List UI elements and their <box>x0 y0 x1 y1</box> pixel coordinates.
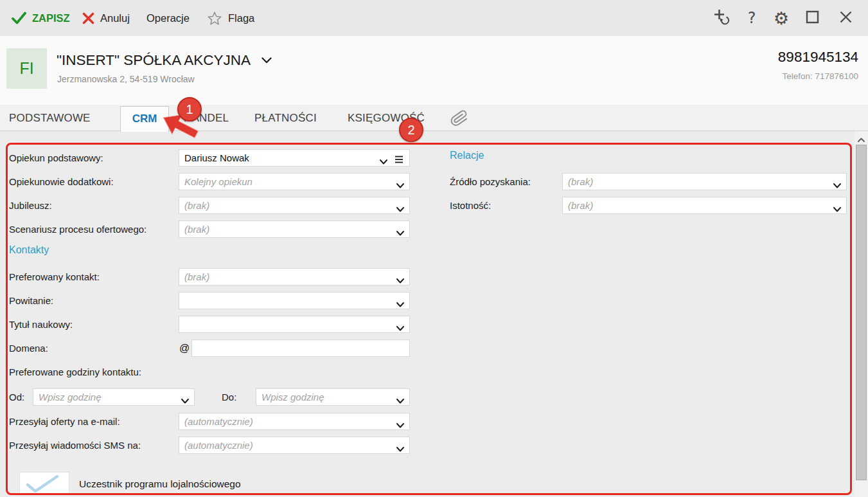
tab-platnosci[interactable]: PŁATNOŚCI <box>254 105 317 131</box>
save-button[interactable]: ZAPISZ <box>12 0 70 36</box>
toolbar: ZAPISZ Anuluj Operacje Flaga <box>0 0 868 36</box>
check-icon <box>12 11 26 25</box>
annotation-step-1: 1 <box>177 97 202 122</box>
chevron-down-icon[interactable] <box>380 156 387 167</box>
check-icon <box>25 474 62 496</box>
vertical-scrollbar <box>855 131 868 497</box>
company-name: "INSERT" SPÓŁKA AKCYJNA <box>57 52 251 69</box>
combo-placeholder: Wpisz godzinę <box>39 389 102 405</box>
menu-icon[interactable] <box>394 154 403 166</box>
flag-button[interactable]: Flaga <box>207 0 254 36</box>
question-icon: ? <box>748 9 756 27</box>
add-session-button[interactable] <box>709 0 732 36</box>
plus-refresh-icon <box>713 8 730 28</box>
from-label: Od: <box>9 388 24 406</box>
scroll-up-button[interactable] <box>855 133 868 145</box>
chevron-up-icon <box>858 133 865 145</box>
chevron-down-icon[interactable] <box>396 443 404 455</box>
combo-preferred-contact[interactable]: (brak) <box>179 268 410 285</box>
acquisition-source-label: Źródło pozyskania: <box>450 173 531 190</box>
combo-acquisition-source[interactable]: (brak) <box>562 173 847 190</box>
x-icon <box>82 12 94 24</box>
star-icon <box>207 11 222 26</box>
loyalty-checkbox[interactable] <box>19 472 69 495</box>
chevron-down-icon[interactable] <box>833 179 841 191</box>
cancel-button[interactable]: Anuluj <box>82 0 130 36</box>
combo-additional-caretakers[interactable]: Kolejny opiekun <box>179 173 410 190</box>
combo-placeholder: (brak) <box>184 197 209 213</box>
combo-placeholder: (automatycznie) <box>184 437 253 453</box>
combo-placeholder: (brak) <box>568 197 593 213</box>
combo-placeholder: Kolejny opiekun <box>184 174 252 190</box>
send-offers-label: Przesyłaj oferty na e-mail: <box>9 413 120 430</box>
combo-greeting[interactable] <box>179 292 410 309</box>
chevron-down-icon[interactable] <box>396 227 404 239</box>
relations-section-header: Relacje <box>450 150 484 161</box>
combo-hours-from[interactable]: Wpisz godzinę <box>33 388 195 406</box>
settings-button[interactable]: ⚙ <box>770 0 793 36</box>
chevron-down-icon <box>261 55 272 66</box>
combo-placeholder: (brak) <box>184 269 209 285</box>
combo-placeholder: Wpisz godzinę <box>261 389 324 405</box>
preferred-hours-label: Preferowane godziny kontaktu: <box>9 363 141 381</box>
combo-hours-to[interactable]: Wpisz godzinę <box>256 388 410 406</box>
to-label: Do: <box>222 388 236 406</box>
phone-number: Telefon: 717876100 <box>778 71 858 81</box>
combo-offer-scenario[interactable]: (brak) <box>179 221 410 238</box>
greeting-label: Powitanie: <box>9 292 53 309</box>
combo-placeholder: (brak) <box>184 221 209 237</box>
company-address: Jerzmanowska 2, 54-519 Wrocław <box>57 74 195 84</box>
chevron-down-icon[interactable] <box>396 322 404 334</box>
close-button[interactable] <box>834 0 857 36</box>
attachments-button[interactable] <box>450 109 468 130</box>
help-button[interactable]: ? <box>740 0 763 36</box>
jubilee-label: Jubileusz: <box>9 197 52 214</box>
combo-send-offers[interactable]: (automatycznie) <box>179 413 410 430</box>
combo-send-sms[interactable]: (automatycznie) <box>179 437 410 454</box>
chevron-down-icon[interactable] <box>396 298 404 310</box>
chevron-down-icon[interactable] <box>396 395 404 406</box>
scrollbar-thumb[interactable] <box>856 145 867 480</box>
maximize-icon <box>806 10 819 26</box>
combo-jubilee[interactable]: (brak) <box>179 197 410 214</box>
tab-bar: PODSTAWOWE CRM HANDEL PŁATNOŚCI KSIĘGOWO… <box>0 105 868 131</box>
gestor-window: ZAPISZ Anuluj Operacje Flaga <box>0 0 868 497</box>
send-sms-label: Przesyłaj wiadomości SMS na: <box>9 437 141 454</box>
offer-scenario-label: Scenariusz procesu ofertowego: <box>9 221 146 238</box>
additional-caretakers-label: Opiekunowie dodatkowi: <box>9 173 114 190</box>
chevron-down-icon[interactable] <box>181 395 189 406</box>
combo-caretaker[interactable]: Dariusz Nowak <box>179 149 410 167</box>
gear-icon: ⚙ <box>774 8 789 28</box>
chevron-down-icon[interactable] <box>396 419 404 431</box>
combo-placeholder: (brak) <box>568 174 593 190</box>
company-title-dropdown[interactable]: "INSERT" SPÓŁKA AKCYJNA <box>57 52 272 69</box>
chevron-down-icon[interactable] <box>833 203 841 215</box>
chevron-down-icon[interactable] <box>396 203 404 215</box>
combo-placeholder: (automatycznie) <box>184 413 253 429</box>
contacts-section-header: Kontakty <box>9 244 49 256</box>
domain-label: Domena: <box>9 339 48 357</box>
chevron-down-icon[interactable] <box>396 275 404 286</box>
save-label: ZAPISZ <box>32 12 70 24</box>
avatar: FI <box>6 48 47 89</box>
entity-header: FI "INSERT" SPÓŁKA AKCYJNA Jerzmanowska … <box>0 36 868 105</box>
academic-title-label: Tytuł naukowy: <box>9 316 73 333</box>
close-icon <box>839 10 853 26</box>
combo-academic-title[interactable] <box>179 316 410 333</box>
caretaker-label: Opiekun podstawowy: <box>9 149 103 167</box>
tab-podstawowe[interactable]: PODSTAWOWE <box>9 105 91 131</box>
tax-id: 8981945134 <box>778 49 858 66</box>
at-sign: @ <box>179 339 190 357</box>
cancel-label: Anuluj <box>100 12 130 24</box>
annotation-step-2: 2 <box>399 118 423 142</box>
importance-label: Istotność: <box>450 197 491 214</box>
preferred-contact-label: Preferowany kontakt: <box>9 268 100 285</box>
chevron-down-icon[interactable] <box>396 179 404 191</box>
operations-button[interactable]: Operacje <box>146 0 190 36</box>
combo-importance[interactable]: (brak) <box>562 197 847 214</box>
paperclip-icon <box>450 118 468 129</box>
domain-input[interactable] <box>191 339 410 357</box>
maximize-button[interactable] <box>801 0 824 36</box>
crm-tab-panel: Opiekun podstawowy: Opiekunowie dodatkow… <box>0 131 868 497</box>
flag-label: Flaga <box>228 12 254 24</box>
